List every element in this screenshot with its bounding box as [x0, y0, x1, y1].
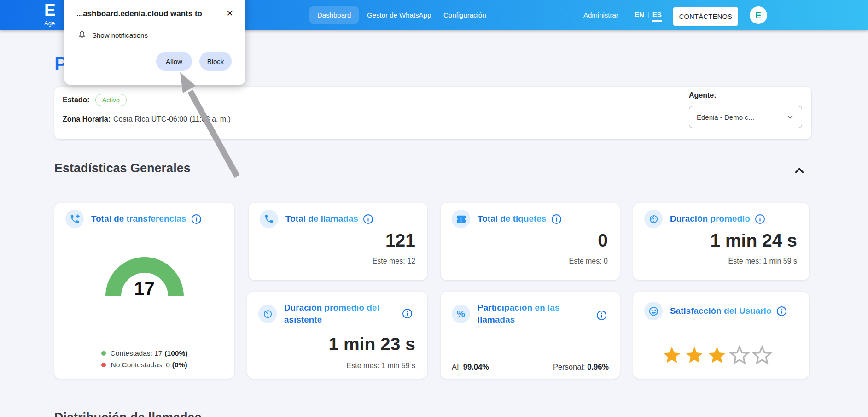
card-duracion-asistente: Duración promedio delasistente 1 min 23 …	[247, 292, 427, 379]
zona-horaria-value: Costa Rica UTC-06:00 (11:08 a. m.)	[113, 115, 231, 123]
smiley-icon	[644, 302, 663, 320]
chevron-down-icon	[786, 113, 794, 121]
star-filled-icon[interactable]	[707, 345, 727, 365]
personal-participation: Personal: 0.96%	[553, 363, 609, 371]
notification-permission-dialog: ...ashboard.edenia.cloud wants to ✕ Show…	[64, 0, 245, 85]
card-satisfaccion: Satisfacción del Usuario	[633, 292, 809, 379]
timer-icon	[644, 210, 663, 228]
card-title: Total de llamadas	[285, 213, 358, 225]
red-dot-icon	[101, 363, 106, 367]
transfers-value: 17	[54, 278, 234, 299]
calls-sub: Este mes: 12	[373, 257, 415, 265]
star-empty-icon[interactable]	[729, 345, 750, 365]
card-title: Total de transferencias	[91, 213, 186, 225]
tickets-sub: Este mes: 0	[569, 257, 608, 265]
nav-administrar[interactable]: Administrar	[583, 11, 618, 19]
phone-icon	[260, 210, 278, 228]
green-dot-icon	[101, 351, 106, 356]
phone-transfer-icon	[65, 210, 84, 228]
allow-button[interactable]: Allow	[156, 52, 192, 71]
legend-unanswered: No Contestadas: 0 (0%)	[101, 361, 187, 369]
info-icon[interactable]	[776, 306, 787, 317]
agente-selected-value: Edenia - Demo c…	[697, 113, 786, 121]
status-badge: Activo	[95, 94, 127, 106]
gauge-legend: Contestadas: 17 (100%) No Contestadas: 0…	[54, 349, 234, 369]
assistant-duration-value: 1 min 23 s	[328, 334, 415, 354]
estado-label: Estado:	[63, 96, 90, 104]
card-title: Duración promedio	[670, 213, 750, 225]
info-icon[interactable]	[402, 308, 413, 319]
chevron-up-icon	[792, 164, 806, 177]
card-total-transferencias: Total de transferencias 17 Contestadas: …	[54, 203, 234, 379]
close-icon[interactable]: ✕	[224, 7, 236, 19]
card-total-tiquetes: Total de tiquetes 0 Este mes: 0	[441, 203, 620, 280]
star-filled-icon[interactable]	[684, 345, 705, 365]
dialog-title: ...ashboard.edenia.cloud wants to	[76, 9, 202, 18]
card-participacion: % Participación en lasllamadas AI: 99.04…	[441, 292, 620, 379]
card-title: Satisfacción del Usuario	[670, 305, 772, 317]
participation-values: AI: 99.04% Personal: 0.96%	[452, 363, 609, 371]
tickets-value: 0	[598, 230, 608, 251]
info-icon[interactable]	[596, 310, 607, 321]
star-rating[interactable]	[662, 345, 772, 365]
star-empty-icon[interactable]	[752, 345, 772, 365]
info-icon[interactable]	[363, 214, 373, 224]
nav-gestor-whatsapp[interactable]: Gestor de WhatsApp	[367, 11, 431, 19]
bottom-section-heading: Distribución de llamadas	[54, 411, 202, 417]
bell-icon	[77, 29, 87, 41]
info-icon[interactable]	[191, 214, 202, 224]
card-duracion-promedio: Duración promedio 1 min 24 s Este mes: 1…	[633, 203, 809, 280]
app-logo: E	[44, 0, 56, 20]
legend-answered-text: Contestadas: 17	[111, 349, 163, 358]
lang-en[interactable]: EN	[635, 11, 644, 22]
section-heading: Estadísticas Generales	[54, 161, 191, 176]
app-logo-subtitle: Age	[44, 20, 55, 27]
assistant-duration-sub: Este mes: 1 min 59 s	[347, 362, 415, 370]
lang-separator: |	[647, 11, 649, 22]
card-title: Duración promedio delasistente	[284, 302, 379, 326]
card-total-llamadas: Total de llamadas 121 Este mes: 12	[249, 203, 427, 280]
language-switcher: EN | ES	[635, 11, 662, 22]
legend-unanswered-pct: (0%)	[172, 361, 187, 369]
ticket-icon	[452, 210, 470, 228]
agente-select[interactable]: Edenia - Demo c…	[689, 106, 802, 128]
legend-unanswered-text: No Contestadas: 0	[111, 361, 169, 369]
card-title: Total de tiquetes	[478, 213, 547, 225]
avg-duration-sub: Este mes: 1 min 59 s	[728, 257, 797, 265]
calls-value: 121	[385, 230, 415, 251]
zona-horaria-label: Zona Horaria:	[63, 115, 111, 123]
user-avatar[interactable]: E	[750, 6, 767, 24]
status-card: Estado: Activo Zona Horaria:Costa Rica U…	[54, 87, 811, 139]
legend-answered-pct: (100%)	[164, 349, 187, 358]
info-icon[interactable]	[551, 214, 562, 224]
star-filled-icon[interactable]	[662, 345, 682, 365]
nav-configuracion[interactable]: Configuración	[443, 11, 486, 19]
nav-dashboard[interactable]: Dashboard	[309, 6, 359, 24]
lang-es[interactable]: ES	[652, 11, 662, 22]
card-title: Participación en lasllamadas	[478, 302, 559, 326]
collapse-section-button[interactable]	[791, 163, 808, 179]
avg-duration-value: 1 min 24 s	[710, 230, 797, 251]
block-button[interactable]: Block	[199, 52, 232, 71]
timer-icon	[258, 305, 277, 323]
legend-answered: Contestadas: 17 (100%)	[101, 349, 188, 358]
agente-label: Agente:	[689, 91, 717, 100]
contact-button[interactable]: CONTÁCTENOS	[673, 7, 738, 26]
permission-text: Show notifications	[92, 31, 148, 39]
info-icon[interactable]	[755, 214, 765, 224]
percent-icon: %	[452, 305, 470, 323]
ai-participation: AI: 99.04%	[452, 363, 489, 371]
